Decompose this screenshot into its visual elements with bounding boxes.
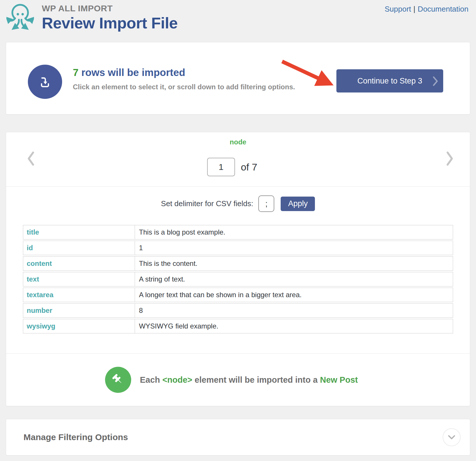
field-name[interactable]: number bbox=[23, 304, 135, 317]
documentation-link[interactable]: Documentation bbox=[418, 5, 468, 13]
delimiter-input[interactable] bbox=[258, 195, 274, 212]
expand-filtering-button[interactable] bbox=[443, 428, 461, 446]
record-navigation: node of 7 bbox=[6, 132, 470, 186]
field-value: A longer text that can be shown in a big… bbox=[135, 288, 453, 302]
field-value: A string of text. bbox=[135, 272, 453, 286]
field-name[interactable]: title bbox=[23, 225, 135, 239]
continue-to-step-3-button[interactable]: Continue to Step 3 bbox=[336, 69, 443, 92]
next-record-chevron-icon[interactable] bbox=[446, 151, 454, 166]
rows-imported-headline: 7 rows will be imported bbox=[73, 67, 185, 78]
import-summary-card: 7 rows will be imported Click an element… bbox=[6, 42, 470, 115]
field-name[interactable]: wysiwyg bbox=[23, 319, 135, 333]
review-record-card: node of 7 Set delimiter for CSV fields: … bbox=[6, 132, 470, 406]
field-name[interactable]: id bbox=[23, 241, 135, 255]
import-target-note: Each <node> element will be imported int… bbox=[6, 354, 470, 406]
record-pagination: of 7 bbox=[207, 158, 257, 176]
filtering-options-title: Manage Filtering Options bbox=[24, 432, 128, 442]
button-chevron-right-icon bbox=[433, 76, 439, 86]
chevron-down-icon bbox=[446, 431, 458, 443]
table-row[interactable]: wysiwyg WYSIWYG field example. bbox=[23, 319, 453, 333]
row-count: 7 bbox=[73, 67, 78, 78]
octopus-logo-icon bbox=[6, 2, 34, 34]
link-separator: | bbox=[413, 5, 415, 13]
table-row[interactable]: text A string of text. bbox=[23, 272, 453, 286]
delimiter-label: Set delimiter for CSV fields: bbox=[161, 199, 253, 208]
field-value: 8 bbox=[135, 304, 453, 317]
page: WP ALL IMPORT Review Import File Support… bbox=[0, 0, 476, 461]
node-element-label: node bbox=[6, 132, 470, 146]
app-name: WP ALL IMPORT bbox=[42, 3, 178, 13]
field-value: This is the content. bbox=[135, 257, 453, 271]
continue-button-label: Continue to Step 3 bbox=[357, 77, 422, 86]
download-icon bbox=[28, 65, 62, 99]
header-links: Support|Documentation bbox=[385, 5, 468, 14]
brand: WP ALL IMPORT Review Import File bbox=[42, 3, 178, 32]
field-value: This is a blog post example. bbox=[135, 225, 453, 239]
field-name[interactable]: textarea bbox=[23, 288, 135, 302]
summary-subtitle: Click an element to select it, or scroll… bbox=[73, 83, 295, 91]
table-row[interactable]: title This is a blog post example. bbox=[23, 225, 453, 239]
pushpin-icon bbox=[105, 367, 131, 393]
table-row[interactable]: id 1 bbox=[23, 241, 453, 255]
new-post-link[interactable]: New Post bbox=[320, 375, 358, 384]
apply-button[interactable]: Apply bbox=[281, 197, 315, 211]
field-value: WYSIWYG field example. bbox=[135, 319, 453, 333]
record-table: title This is a blog post example. id 1 … bbox=[23, 225, 453, 333]
table-row[interactable]: number 8 bbox=[23, 303, 453, 318]
manage-filtering-options-panel[interactable]: Manage Filtering Options bbox=[6, 419, 470, 455]
page-title: Review Import File bbox=[42, 14, 178, 32]
header: WP ALL IMPORT Review Import File Support… bbox=[0, 0, 476, 42]
field-name[interactable]: text bbox=[23, 272, 135, 286]
table-row[interactable]: textarea A longer text that can be shown… bbox=[23, 288, 453, 302]
csv-delimiter-section: Set delimiter for CSV fields: Apply bbox=[6, 186, 470, 221]
table-row[interactable]: content This is the content. bbox=[23, 256, 453, 271]
previous-record-chevron-icon[interactable] bbox=[27, 151, 35, 166]
field-name[interactable]: content bbox=[23, 257, 135, 271]
record-number-input[interactable] bbox=[207, 158, 235, 176]
import-target-text: Each <node> element will be imported int… bbox=[140, 375, 358, 385]
field-value: 1 bbox=[135, 241, 453, 255]
node-tag: <node> bbox=[162, 375, 192, 384]
support-link[interactable]: Support bbox=[385, 5, 411, 13]
record-total-label: of 7 bbox=[241, 161, 257, 173]
